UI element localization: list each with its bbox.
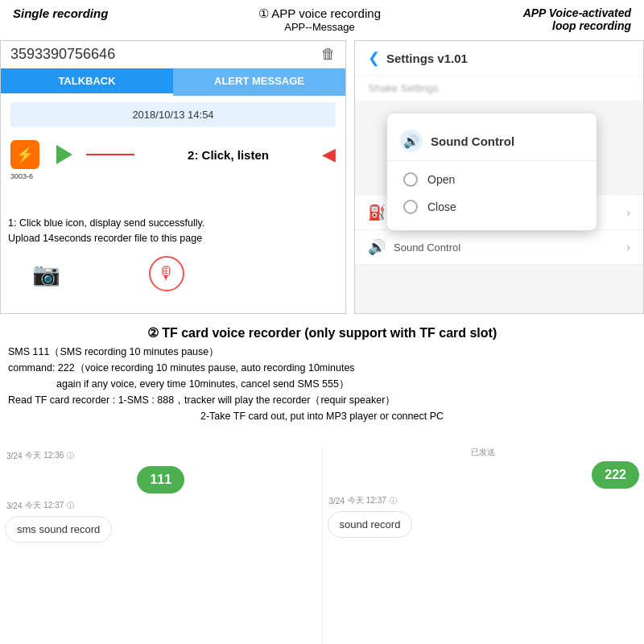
- single-recording-label: Single recording: [13, 6, 108, 20]
- sms-time-right: 今天 12:37: [348, 495, 386, 506]
- bubble-111: 111: [137, 466, 184, 493]
- close-label: Close: [427, 200, 456, 213]
- click-listen-label: 2: Click, listen: [138, 148, 319, 162]
- bubble-sms-container: sms sound record: [5, 516, 317, 543]
- annotation-text: 1: Click blue icon, display send success…: [8, 216, 204, 247]
- dropdown-title: Sound Control: [431, 134, 514, 148]
- tf-body: SMS 111（SMS recording 10 minutes pause） …: [8, 344, 636, 424]
- settings-title: Settings v1.01: [386, 52, 468, 65]
- play-button[interactable]: [52, 142, 76, 167]
- dropdown-option-close[interactable]: Close: [387, 193, 597, 221]
- right-panel: ❮ Settings v1.01 Shake Settings 🔊 Sound …: [354, 40, 644, 314]
- arrow-pointer-left: ◀: [322, 144, 336, 165]
- phone-number: 3593390756646: [10, 46, 115, 63]
- sms-right-column: 已发送 222 3/24 今天 12:37 ⓘ sound record: [323, 447, 645, 644]
- time-icon-right: ⓘ: [390, 496, 397, 506]
- sms-area: 3/24 今天 12:36 ⓘ 111 3/24 今天 12:37 ⓘ sms …: [0, 447, 644, 644]
- annotation-line1: 1: Click blue icon, display send success…: [8, 216, 204, 231]
- tab-bar: TALKBACK ALERT MESSAGE: [1, 68, 345, 96]
- settings-item-sound[interactable]: 🔊 Sound Control ›: [355, 230, 643, 265]
- bubble-sound-container: sound record: [328, 511, 640, 538]
- sms-left-column: 3/24 今天 12:36 ⓘ 111 3/24 今天 12:37 ⓘ sms …: [0, 447, 323, 644]
- bubble-222-container: 222: [328, 461, 640, 489]
- message-date: 2018/10/13 14:54: [10, 102, 336, 127]
- shake-settings-item: Shake Settings: [355, 76, 643, 101]
- app-voice-section: ① APP voice recording APP--Message: [116, 6, 522, 33]
- tf-line3: again if any voice, every time 10minutes…: [8, 376, 636, 392]
- sms-time-1: 今天 12:36: [25, 450, 64, 461]
- sound-control-dropdown: 🔊 Sound Control Open Close: [387, 114, 597, 230]
- tf-line4: Read TF card recorder : 1-SMS : 888，trac…: [8, 392, 636, 408]
- time-icon-2: ⓘ: [67, 501, 74, 511]
- arrow-line-left: [86, 154, 134, 155]
- device-icon: ⚡: [10, 140, 39, 169]
- tf-line5: 2-Take TF card out, put into MP3 player …: [8, 408, 636, 424]
- oil-icon: ⛽: [368, 204, 386, 221]
- sound-icon: 🔊: [368, 238, 386, 256]
- radio-close[interactable]: [403, 200, 418, 214]
- tab-talkback[interactable]: TALKBACK: [1, 68, 173, 96]
- loop-recording-label: APP Voice-activatedloop recording: [523, 6, 631, 32]
- phone-top-bar: 3593390756646 🗑: [1, 41, 345, 68]
- sent-label: 已发送: [328, 447, 640, 458]
- sms-date-2: 3/24: [6, 502, 22, 510]
- sound-control-label: Sound Control: [394, 242, 460, 254]
- settings-header: ❮ Settings v1.01: [355, 41, 643, 76]
- device-label: 3003-6: [10, 172, 51, 180]
- tf-line1: SMS 111（SMS recording 10 minutes pause）: [8, 344, 636, 360]
- time-icon-1: ⓘ: [67, 451, 74, 461]
- chevron-right-icon-2: ›: [626, 241, 630, 254]
- bubble-222: 222: [592, 461, 639, 489]
- sms-time-2: 今天 12:37: [25, 500, 64, 511]
- bubble-111-container: 111: [5, 466, 317, 493]
- radio-open[interactable]: [403, 172, 418, 187]
- annotation-line2: Upload 14seconds recorder file to this p…: [8, 231, 204, 246]
- sms-date-right: 3/24: [329, 497, 345, 506]
- bubble-sms-record: sms sound record: [5, 516, 112, 543]
- tf-title: ② TF card voice recorder (only support w…: [8, 320, 636, 344]
- chevron-right-icon: ›: [626, 206, 630, 219]
- dropdown-header: 🔊 Sound Control: [387, 123, 597, 161]
- app-voice-title: ① APP voice recording: [116, 6, 522, 21]
- app-message-label: APP--Message: [116, 21, 522, 33]
- tf-section: ② TF card voice recorder (only support w…: [0, 320, 644, 424]
- sms-date-1: 3/24: [6, 452, 22, 460]
- sms-date-row-1: 3/24 今天 12:36 ⓘ: [5, 447, 317, 463]
- tf-line2: command: 222（voice recording 10 minutes …: [8, 360, 636, 376]
- bubble-sound-record: sound record: [328, 511, 413, 538]
- top-header: Single recording ① APP voice recording A…: [0, 0, 644, 36]
- sms-date-row-2: 3/24 今天 12:37 ⓘ: [5, 497, 317, 513]
- camera-icon[interactable]: 📷: [32, 261, 60, 287]
- dropdown-option-open[interactable]: Open: [387, 166, 597, 193]
- message-row: ⚡ 3003-6 2: Click, listen ◀: [1, 134, 345, 175]
- back-arrow-icon[interactable]: ❮: [368, 49, 380, 67]
- tab-alert-message[interactable]: ALERT MESSAGE: [173, 68, 345, 96]
- microphone-icon[interactable]: 🎙: [149, 256, 184, 291]
- trash-icon[interactable]: 🗑: [321, 46, 336, 63]
- bottom-icons-row: 📷 🎙: [32, 256, 184, 291]
- open-label: Open: [427, 173, 455, 186]
- play-triangle-icon: [56, 145, 72, 164]
- sound-control-icon: 🔊: [400, 130, 423, 152]
- sms-date-row-right: 3/24 今天 12:37 ⓘ: [328, 492, 640, 508]
